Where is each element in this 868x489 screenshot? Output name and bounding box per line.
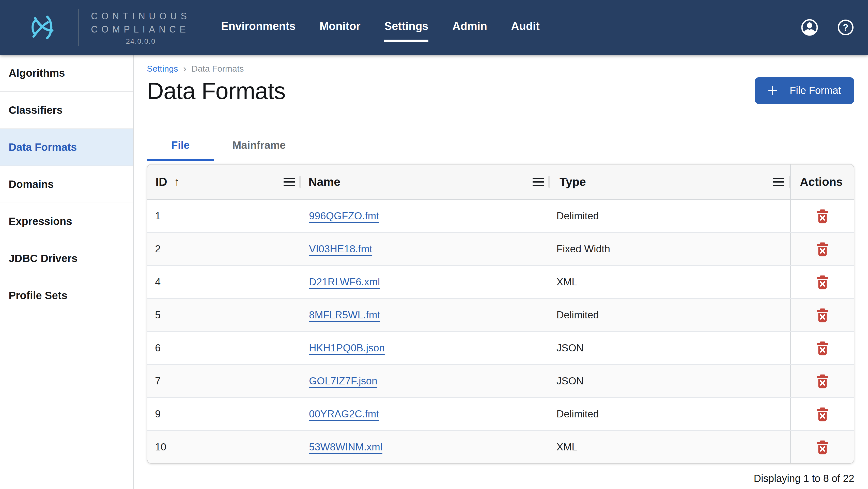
row-actions-cell [790,200,854,232]
data-formats-table: ID ↑ Name [147,164,854,464]
delete-icon[interactable] [815,307,829,323]
pagination-status: Displaying 1 to 8 of 22 [147,473,854,484]
row-actions-cell [790,398,854,430]
format-name-link[interactable]: HKH1PQ0B.json [309,342,385,354]
column-header-name[interactable]: Name [301,165,550,199]
sidebar-item-classifiers[interactable]: Classifiers [0,92,133,129]
row-type-cell: JSON [550,365,791,397]
nav-item-environments[interactable]: Environments [221,18,296,37]
sidebar-item-jdbc-drivers[interactable]: JDBC Drivers [0,240,133,277]
format-name-link[interactable]: 53W8WINM.xml [309,441,382,453]
brand-version: 24.0.0.0 [91,37,191,45]
delete-icon[interactable] [815,241,829,257]
brand-line1: CONTINUOUS [91,10,191,23]
breadcrumb-settings-link[interactable]: Settings [147,64,178,74]
table-row: 6 HKH1PQ0B.json JSON [147,331,854,364]
row-id-cell: 9 [147,398,301,430]
row-id-cell: 1 [147,200,301,232]
tab-mainframe[interactable]: Mainframe [214,129,304,161]
format-name-link[interactable]: D21RLWF6.xml [309,276,380,288]
delete-icon[interactable] [815,373,829,389]
table-row: 7 GOL7IZ7F.json JSON [147,364,854,397]
delete-icon[interactable] [815,208,829,224]
delete-icon[interactable] [815,340,829,356]
row-id-cell: 2 [147,233,301,265]
nav-icons: ? [801,19,854,36]
nav-item-settings[interactable]: Settings [384,18,429,37]
row-type-cell: Fixed Width [550,233,791,265]
brand-divider [78,9,79,46]
column-header-id[interactable]: ID ↑ [147,165,301,199]
row-actions-cell [790,431,854,463]
row-name-cell: 8MFLR5WL.fmt [301,299,550,331]
row-type-cell: XML [550,266,791,298]
row-name-cell: 996QGFZO.fmt [301,200,550,232]
row-type-cell: JSON [550,332,791,364]
delete-icon[interactable] [815,274,829,290]
table-row: 4 D21RLWF6.xml XML [147,265,854,298]
sidebar-item-profile-sets[interactable]: Profile Sets [0,277,133,314]
format-name-link[interactable]: GOL7IZ7F.json [309,375,377,387]
row-actions-cell [790,365,854,397]
row-type-cell: Delimited [550,299,791,331]
format-name-link[interactable]: 996QGFZO.fmt [309,210,379,222]
row-id-cell: 5 [147,299,301,331]
table-row: 10 53W8WINM.xml XML [147,430,854,463]
format-name-link[interactable]: 00YRAG2C.fmt [309,408,379,420]
row-actions-cell [790,266,854,298]
help-icon[interactable]: ? [838,19,854,36]
sidebar-item-data-formats[interactable]: Data Formats [0,129,133,166]
format-name-link[interactable]: VI03HE18.fmt [309,243,372,255]
nav-item-admin[interactable]: Admin [452,18,487,37]
table-row: 9 00YRAG2C.fmt Delimited [147,397,854,430]
row-name-cell: GOL7IZ7F.json [301,365,550,397]
row-name-cell: 53W8WINM.xml [301,431,550,463]
brand-text: CONTINUOUS COMPLIANCE 24.0.0.0 [91,10,191,45]
svg-text:?: ? [843,22,848,33]
title-row: Data Formats File Format [147,77,854,104]
main-content: Settings › Data Formats Data Formats Fil… [134,55,868,489]
delete-icon[interactable] [815,439,829,455]
sidebar-item-algorithms[interactable]: Algorithms [0,55,133,92]
column-menu-icon[interactable] [284,177,295,186]
row-type-cell: Delimited [550,200,791,232]
delphix-logo-icon [18,15,65,40]
column-menu-icon[interactable] [773,177,784,186]
column-header-type[interactable]: Type [550,165,791,199]
breadcrumb-current: Data Formats [192,64,244,74]
add-button-label: File Format [790,85,841,96]
column-resize-handle[interactable] [548,176,550,188]
chevron-right-icon: › [183,64,187,74]
settings-sidebar: AlgorithmsClassifiersData FormatsDomains… [0,55,134,489]
brand: CONTINUOUS COMPLIANCE 24.0.0.0 [0,0,191,55]
row-id-cell: 7 [147,365,301,397]
nav-item-audit[interactable]: Audit [511,18,539,37]
row-id-cell: 6 [147,332,301,364]
format-name-link[interactable]: 8MFLR5WL.fmt [309,309,380,321]
sort-asc-icon[interactable]: ↑ [174,175,180,189]
nav-item-monitor[interactable]: Monitor [319,18,360,37]
row-id-cell: 4 [147,266,301,298]
table-body: 1 996QGFZO.fmt Delimited 2 VI03HE18.fmt … [147,200,854,463]
row-name-cell: HKH1PQ0B.json [301,332,550,364]
sidebar-item-expressions[interactable]: Expressions [0,203,133,240]
delete-icon[interactable] [815,406,829,422]
row-id-cell: 10 [147,431,301,463]
user-icon[interactable] [801,19,818,36]
sidebar-item-domains[interactable]: Domains [0,166,133,203]
row-type-cell: XML [550,431,791,463]
table-row: 1 996QGFZO.fmt Delimited [147,200,854,232]
row-name-cell: VI03HE18.fmt [301,233,550,265]
row-actions-cell [790,332,854,364]
app-window: CONTINUOUS COMPLIANCE 24.0.0.0 Environme… [0,0,868,489]
add-file-format-button[interactable]: File Format [755,77,854,104]
row-actions-cell [790,299,854,331]
table-row: 5 8MFLR5WL.fmt Delimited [147,298,854,331]
column-resize-handle[interactable] [299,176,301,188]
column-menu-icon[interactable] [533,177,544,186]
column-header-actions: Actions [790,165,854,199]
breadcrumb: Settings › Data Formats [147,63,854,75]
tab-file[interactable]: File [147,129,214,161]
page-title: Data Formats [147,78,285,103]
plus-icon [768,86,778,95]
